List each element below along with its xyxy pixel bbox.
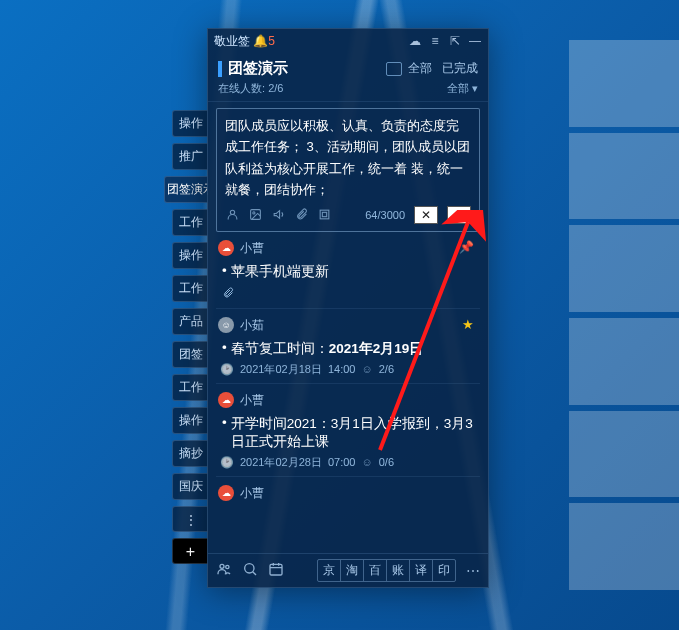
side-tab[interactable]: 国庆	[172, 473, 208, 500]
clock-icon: 🕑	[220, 363, 234, 376]
side-tab[interactable]: 工作	[172, 374, 208, 401]
note-item[interactable]: ☁ 小曹	[216, 477, 480, 508]
author-name: 小曹	[240, 240, 264, 257]
svg-point-5	[220, 564, 224, 568]
star-icon[interactable]: ★	[462, 317, 474, 332]
meta-people: 2/6	[379, 363, 394, 375]
side-tab[interactable]: 工作	[172, 209, 208, 236]
content-area: 团队成员应以积极、认真、负责的态度完成工作任务； 3、活动期间，团队成员以团队利…	[208, 102, 488, 553]
quick-link[interactable]: 账	[387, 560, 410, 581]
char-count: 64/3000	[365, 209, 405, 221]
side-tab-active[interactable]: 团签演示	[164, 176, 208, 203]
side-tab[interactable]: 操作	[172, 110, 208, 137]
clock-icon: 🕑	[220, 456, 234, 469]
author-name: 小茹	[240, 317, 264, 334]
calendar-icon[interactable]	[268, 561, 284, 580]
avatar: ☺	[218, 317, 234, 333]
side-tab[interactable]: 工作	[172, 275, 208, 302]
menu-icon[interactable]: ≡	[428, 34, 442, 48]
meta-time: 07:00	[328, 456, 356, 468]
editor-textarea[interactable]: 团队成员应以积极、认真、负责的态度完成工作任务； 3、活动期间，团队成员以团队利…	[225, 115, 471, 201]
avatar: ☁	[218, 392, 234, 408]
note-text-bold: 2021年2月19日	[329, 341, 424, 356]
avatar: ☁	[218, 485, 234, 501]
people-icon: ☺	[361, 363, 372, 375]
note-editor: 团队成员应以积极、认真、负责的态度完成工作任务； 3、活动期间，团队成员以团队利…	[216, 108, 480, 232]
note-text-prefix: 春节复工时间：	[231, 341, 329, 356]
attachment-icon[interactable]	[294, 208, 308, 222]
audio-icon[interactable]	[271, 208, 285, 222]
quick-link[interactable]: 百	[364, 560, 387, 581]
note-item[interactable]: ☺ 小茹 ★ • 春节复工时间：2021年2月19日 🕑 2021年02月18日…	[216, 309, 480, 384]
pin-window-icon[interactable]: ⇱	[448, 34, 462, 48]
meta-date: 2021年02月28日	[240, 455, 322, 470]
author-name: 小曹	[240, 485, 264, 502]
doc-icon[interactable]	[386, 62, 402, 76]
fullscreen-icon[interactable]	[317, 208, 331, 222]
notif-count: 5	[268, 34, 275, 48]
note-text: 开学时间2021：3月1日入学报到，3月3日正式开始上课	[231, 415, 478, 451]
svg-rect-4	[322, 213, 326, 217]
image-icon[interactable]	[248, 208, 262, 222]
attachment-indicator-icon[interactable]	[218, 285, 478, 302]
meta-people: 0/6	[379, 456, 394, 468]
svg-rect-3	[320, 210, 329, 219]
quick-link[interactable]: 京	[318, 560, 341, 581]
filter-done[interactable]: 已完成	[442, 60, 478, 77]
contact-icon[interactable]	[225, 208, 239, 222]
svg-point-2	[252, 212, 254, 214]
confirm-button[interactable]: ✓	[447, 206, 471, 224]
quick-link[interactable]: 印	[433, 560, 455, 581]
online-value: 2/6	[268, 82, 283, 94]
side-tab[interactable]: 产品	[172, 308, 208, 335]
avatar: ☁	[218, 240, 234, 256]
people-icon: ☺	[361, 456, 372, 468]
bell-icon[interactable]: 🔔	[253, 34, 268, 48]
note-item[interactable]: ☁ 小曹 •开学时间2021：3月1日入学报到，3月3日正式开始上课 🕑 202…	[216, 384, 480, 477]
side-tab[interactable]: 操作	[172, 242, 208, 269]
team-icon[interactable]	[216, 561, 232, 580]
titlebar: 敬业签 🔔5 ☁ ≡ ⇱ —	[208, 29, 488, 53]
side-tab-add[interactable]: +	[172, 538, 208, 564]
side-tab-more[interactable]: ⋮	[172, 506, 208, 532]
side-tab[interactable]: 团签	[172, 341, 208, 368]
panel-header: 团签演示 全部 已完成 在线人数: 2/6 全部 ▾	[208, 53, 488, 102]
svg-point-0	[230, 210, 234, 214]
accent-bar	[218, 61, 222, 77]
filter-all[interactable]: 全部	[408, 60, 432, 77]
quick-link[interactable]: 淘	[341, 560, 364, 581]
editor-toolbar: 64/3000 ✕ ✓	[225, 201, 471, 225]
main-panel: 敬业签 🔔5 ☁ ≡ ⇱ — 团签演示 全部 已完成 在线人数: 2/6 全部 …	[207, 28, 489, 588]
app-name: 敬业签	[214, 34, 250, 48]
search-icon[interactable]	[242, 561, 258, 580]
online-label: 在线人数:	[218, 82, 265, 94]
quick-links: 京 淘 百 账 译 印	[317, 559, 456, 582]
side-tabs: 操作 推广 团签演示 工作 操作 工作 产品 团签 工作 操作 摘抄 国庆 ⋮ …	[172, 110, 208, 564]
side-tab[interactable]: 操作	[172, 407, 208, 434]
filter-dropdown[interactable]: 全部 ▾	[447, 81, 478, 96]
more-icon[interactable]: ⋯	[466, 563, 480, 579]
note-text: 苹果手机端更新	[231, 263, 329, 281]
svg-point-6	[226, 565, 229, 568]
svg-rect-8	[270, 564, 282, 575]
meta-date: 2021年02月18日	[240, 362, 322, 377]
cancel-button[interactable]: ✕	[414, 206, 438, 224]
note-item[interactable]: ☁ 小曹 📌 •苹果手机端更新	[216, 232, 480, 309]
side-tab[interactable]: 摘抄	[172, 440, 208, 467]
meta-time: 14:00	[328, 363, 356, 375]
author-name: 小曹	[240, 392, 264, 409]
pin-icon[interactable]: 📌	[459, 240, 474, 254]
quick-link[interactable]: 译	[410, 560, 433, 581]
svg-point-7	[245, 564, 254, 573]
bottom-toolbar: 京 淘 百 账 译 印 ⋯	[208, 553, 488, 587]
header-title: 团签演示	[228, 59, 380, 78]
minimize-icon[interactable]: —	[468, 34, 482, 48]
side-tab[interactable]: 推广	[172, 143, 208, 170]
cloud-sync-icon[interactable]: ☁	[408, 34, 422, 48]
